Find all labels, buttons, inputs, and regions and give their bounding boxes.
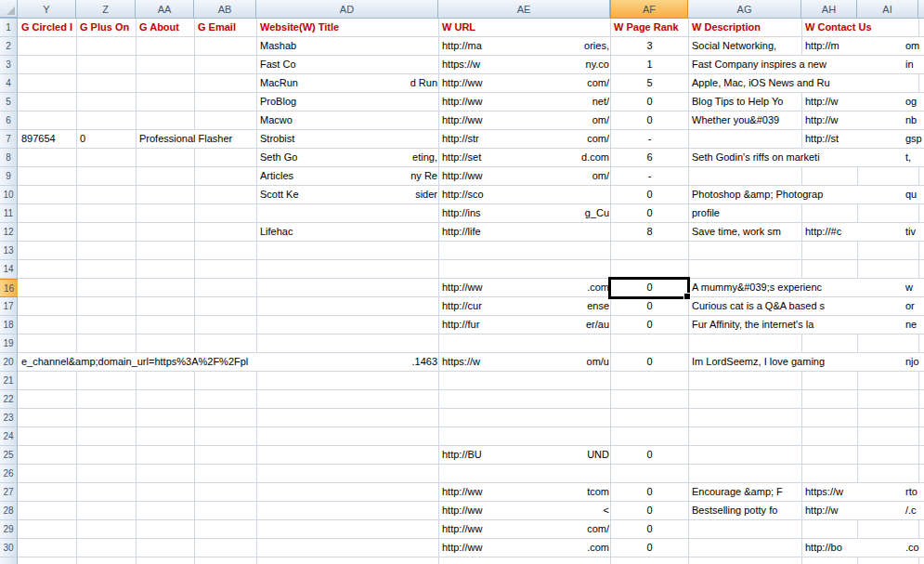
- row-header-9[interactable]: 9: [0, 167, 17, 186]
- row-header-24[interactable]: 24: [0, 427, 17, 446]
- cell-AH28[interactable]: http://w: [802, 502, 918, 519]
- column-header-AI[interactable]: AI: [857, 0, 918, 18]
- cell-AD9[interactable]: Articlesny Re: [257, 167, 438, 185]
- cell-AE1[interactable]: W URL: [439, 19, 610, 36]
- cell-AF5[interactable]: 0: [611, 93, 688, 111]
- cell-Y20[interactable]: e_channel&amp;domain_url=https%3A%2F%2Fp…: [19, 353, 438, 371]
- cell-AF2[interactable]: 3: [611, 37, 688, 55]
- cell-AE8[interactable]: http://setd.com: [439, 149, 610, 166]
- cell-AG11[interactable]: profile: [689, 204, 801, 222]
- row-header-18[interactable]: 18: [0, 316, 17, 334]
- cell-AD3[interactable]: Fast Co: [257, 56, 438, 73]
- cell-AD6[interactable]: Macwo: [257, 111, 438, 129]
- cell-AE29[interactable]: http://wwcom/: [439, 520, 610, 538]
- column-header-AG[interactable]: AG: [688, 0, 801, 18]
- cell-AG20[interactable]: Im LordSeemz, I love gaming: [689, 353, 924, 371]
- row-header-4[interactable]: 4: [0, 74, 17, 93]
- cell-AE30[interactable]: http://ww.com: [439, 539, 610, 557]
- row-header-5[interactable]: 5: [0, 93, 17, 111]
- row-header-22[interactable]: 22: [0, 390, 17, 409]
- cell-AD1[interactable]: Website(W) Title: [257, 19, 438, 36]
- cell-AF4[interactable]: 5: [611, 74, 688, 92]
- cell-AF12[interactable]: 8: [611, 223, 688, 241]
- cell-AD2[interactable]: Mashab: [257, 37, 438, 55]
- cell-AF11[interactable]: 0: [611, 204, 688, 222]
- cell-AE16[interactable]: http://ww.com: [439, 279, 610, 296]
- cell-AF9[interactable]: -: [611, 167, 688, 185]
- row-header-3[interactable]: 3: [0, 56, 17, 74]
- cell-AH2[interactable]: http://m: [802, 37, 918, 55]
- row-header-8[interactable]: 8: [0, 149, 17, 167]
- cell-Z7[interactable]: 0: [77, 130, 136, 148]
- cell-AF8[interactable]: 6: [611, 149, 688, 166]
- row-header-26[interactable]: 26: [0, 465, 17, 483]
- cell-AF6[interactable]: 0: [611, 111, 688, 129]
- cell-AG2[interactable]: Social Networking,: [689, 37, 801, 55]
- row-header-13[interactable]: 13: [0, 242, 17, 260]
- cell-AG28[interactable]: Bestselling potty fo: [689, 502, 801, 519]
- cell-AE25[interactable]: http://BUUND: [439, 446, 610, 464]
- cell-AF10[interactable]: 0: [611, 186, 688, 203]
- row-header-16[interactable]: 16: [0, 279, 18, 297]
- cell-AF18[interactable]: 0: [611, 316, 688, 334]
- cell-AG16[interactable]: A mummy&#039;s experienc: [689, 279, 924, 296]
- cell-AF3[interactable]: 1: [611, 56, 688, 73]
- row-header-6[interactable]: 6: [0, 111, 17, 130]
- cell-AE7[interactable]: http://strcom/: [439, 130, 610, 148]
- cell-AG18[interactable]: Fur Affinity, the internet's la: [689, 316, 924, 334]
- cell-AG3[interactable]: Fast Company inspires a new: [689, 56, 924, 73]
- cell-AG8[interactable]: Seth Godin's riffs on marketi: [689, 149, 924, 166]
- cell-AE18[interactable]: http://furer/au: [439, 316, 610, 334]
- cell-AF28[interactable]: 0: [611, 502, 688, 519]
- cell-AE20[interactable]: https://wom/u: [439, 353, 610, 371]
- cell-AH7[interactable]: http://st: [802, 130, 918, 148]
- cell-AG12[interactable]: Save time, work sm: [689, 223, 801, 241]
- cell-AD7[interactable]: Strobist: [257, 130, 438, 148]
- cell-AF29[interactable]: 0: [611, 520, 688, 538]
- cell-AA7[interactable]: Professional Flasher: [137, 130, 256, 148]
- cell-AE3[interactable]: https://wny.co: [439, 56, 610, 73]
- cell-Y1[interactable]: G Circled I: [19, 19, 76, 36]
- row-header-23[interactable]: 23: [0, 409, 17, 427]
- column-header-AB[interactable]: AB: [194, 0, 256, 18]
- column-header-AF[interactable]: AF: [610, 0, 688, 19]
- cell-AF27[interactable]: 0: [611, 483, 688, 501]
- cell-AF20[interactable]: 0: [611, 353, 688, 371]
- row-header-17[interactable]: 17: [0, 297, 17, 316]
- row-header-14[interactable]: 14: [0, 260, 17, 279]
- row-header-10[interactable]: 10: [0, 186, 17, 204]
- row-header-19[interactable]: 19: [0, 334, 17, 353]
- row-header-12[interactable]: 12: [0, 223, 17, 242]
- cell-Z1[interactable]: G Plus On: [77, 19, 136, 36]
- cell-AH6[interactable]: http://w: [802, 111, 918, 129]
- cell-AE10[interactable]: http://sco: [439, 186, 610, 203]
- row-header-28[interactable]: 28: [0, 502, 17, 520]
- row-header-25[interactable]: 25: [0, 446, 17, 465]
- cell-AD8[interactable]: Seth Goeting,: [257, 149, 438, 166]
- cell-AE28[interactable]: http://ww<: [439, 502, 610, 519]
- cell-AH1[interactable]: W Contact Us: [802, 19, 918, 36]
- cell-AA1[interactable]: G About: [137, 19, 194, 36]
- row-header-30[interactable]: 30: [0, 539, 17, 557]
- cell-AD4[interactable]: MacRund Run: [257, 74, 438, 92]
- cell-AH30[interactable]: http://bo: [802, 539, 918, 557]
- cell-AG6[interactable]: Whether you&#039: [689, 111, 801, 129]
- cell-AE17[interactable]: http://curense: [439, 297, 610, 315]
- column-header-partial[interactable]: [918, 0, 924, 18]
- cell-AE9[interactable]: http://wwom/: [439, 167, 610, 185]
- row-header-27[interactable]: 27: [0, 483, 17, 502]
- row-header-29[interactable]: 29: [0, 520, 17, 539]
- cell-AG27[interactable]: Encourage &amp; F: [689, 483, 801, 501]
- cell-AE27[interactable]: http://wwtcom: [439, 483, 610, 501]
- cell-AH5[interactable]: http://w: [802, 93, 918, 111]
- cell-AH12[interactable]: http://#c: [802, 223, 918, 241]
- cell-AE2[interactable]: http://maories,: [439, 37, 610, 55]
- cell-AF7[interactable]: -: [611, 130, 688, 148]
- cell-AE5[interactable]: http://wwnet/: [439, 93, 610, 111]
- cell-AE11[interactable]: http://insg_Cu: [439, 204, 610, 222]
- column-header-Z[interactable]: Z: [76, 0, 136, 18]
- column-header-Y[interactable]: Y: [18, 0, 76, 18]
- cell-AF25[interactable]: 0: [611, 446, 688, 464]
- cell-AF30[interactable]: 0: [611, 539, 688, 557]
- cell-AB1[interactable]: G Email: [195, 19, 256, 36]
